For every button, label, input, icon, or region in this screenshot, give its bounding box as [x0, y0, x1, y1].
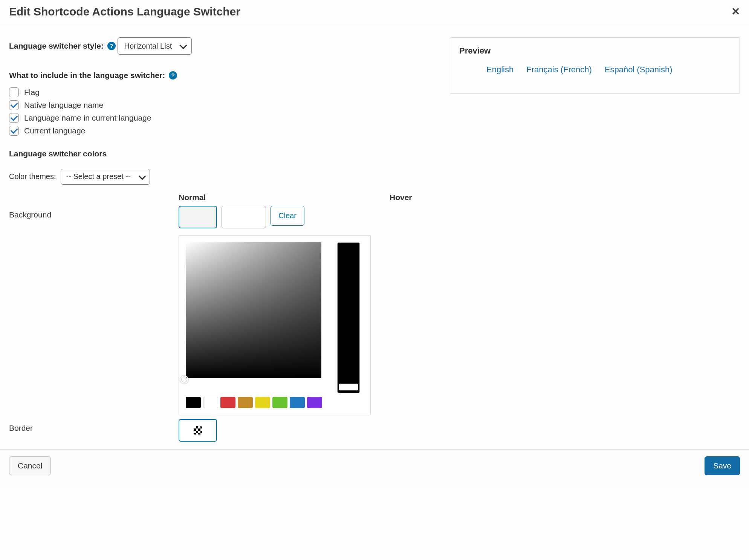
- style-label-text: Language switcher style:: [9, 41, 104, 50]
- transparent-icon: [194, 426, 202, 435]
- color-picker: [179, 235, 371, 415]
- checkbox-label: Flag: [24, 88, 40, 97]
- preview-title: Preview: [459, 46, 731, 56]
- preset-swatch[interactable]: [255, 397, 270, 408]
- clear-button[interactable]: Clear: [271, 206, 304, 226]
- include-label-text: What to include in the language switcher…: [9, 71, 165, 80]
- cancel-button[interactable]: Cancel: [9, 456, 51, 475]
- checkbox-icon: [9, 126, 19, 136]
- border-row: Border: [9, 419, 442, 442]
- include-label: What to include in the language switcher…: [9, 71, 177, 80]
- preview-language-link[interactable]: Français (French): [526, 65, 592, 75]
- color-theme-label: Color themes:: [9, 172, 56, 181]
- preview-column: Preview English Français (French) Españo…: [450, 37, 740, 445]
- border-label: Border: [9, 419, 179, 433]
- preview-language-list: English Français (French) Español (Spani…: [459, 65, 731, 75]
- dialog-body: Language switcher style: ? Horizontal Li…: [0, 25, 749, 449]
- col-normal: Normal: [179, 193, 390, 202]
- preset-swatch[interactable]: [186, 397, 201, 408]
- preview-language-link[interactable]: English: [486, 65, 514, 75]
- colors-title: Language switcher colors: [9, 149, 442, 158]
- saturation-value-panel[interactable]: [186, 242, 321, 378]
- border-normal-cell: [179, 419, 390, 442]
- preset-swatch[interactable]: [220, 397, 235, 408]
- color-columns-header: Normal Hover: [9, 193, 442, 202]
- dialog-title: Edit Shortcode Actions Language Switcher: [9, 5, 240, 18]
- style-select[interactable]: Horizontal List: [118, 37, 192, 55]
- sv-cursor-icon: [180, 375, 188, 384]
- help-icon[interactable]: ?: [107, 42, 116, 50]
- preset-row: [186, 397, 364, 408]
- preset-swatch[interactable]: [290, 397, 305, 408]
- style-label: Language switcher style: ?: [9, 41, 116, 50]
- checkbox-icon: [9, 100, 19, 110]
- hue-cursor-icon: [339, 384, 358, 390]
- dialog-footer: Cancel Save: [0, 449, 749, 486]
- hue-slider[interactable]: [337, 242, 360, 393]
- dialog-header: Edit Shortcode Actions Language Switcher…: [0, 0, 749, 25]
- checkbox-icon: [9, 113, 19, 123]
- preset-swatch[interactable]: [307, 397, 322, 408]
- preset-swatch[interactable]: [272, 397, 287, 408]
- dialog: Edit Shortcode Actions Language Switcher…: [0, 0, 749, 486]
- preview-box: Preview English Français (French) Españo…: [450, 37, 740, 94]
- preset-swatch[interactable]: [238, 397, 253, 408]
- color-theme-row: Color themes: -- Select a preset --: [9, 169, 442, 185]
- style-select-value: Horizontal List: [124, 42, 172, 50]
- checkbox-current-lang[interactable]: Current language: [9, 126, 442, 136]
- checkbox-native[interactable]: Native language name: [9, 100, 442, 110]
- checkbox-label: Native language name: [24, 101, 103, 110]
- background-normal-cell: Clear: [179, 206, 390, 415]
- preset-swatch[interactable]: [203, 397, 218, 408]
- color-theme-select[interactable]: -- Select a preset --: [61, 169, 150, 185]
- checkbox-label: Language name in current language: [24, 113, 151, 122]
- background-normal-swatch[interactable]: [179, 206, 217, 228]
- save-button[interactable]: Save: [705, 456, 740, 475]
- chevron-down-icon: [138, 172, 146, 180]
- background-normal-swatch-alt[interactable]: [222, 206, 266, 228]
- color-theme-value: -- Select a preset --: [66, 172, 131, 181]
- checkbox-flag[interactable]: Flag: [9, 87, 442, 97]
- checkbox-label: Current language: [24, 126, 85, 135]
- help-icon[interactable]: ?: [169, 71, 177, 80]
- background-label: Background: [9, 206, 179, 219]
- border-normal-swatch[interactable]: [179, 419, 217, 442]
- preview-language-link[interactable]: Español (Spanish): [605, 65, 673, 75]
- col-hover: Hover: [390, 193, 442, 202]
- checkbox-icon: [9, 87, 19, 97]
- chevron-down-icon: [180, 42, 187, 49]
- checkbox-current-name[interactable]: Language name in current language: [9, 113, 442, 123]
- settings-column: Language switcher style: ? Horizontal Li…: [9, 37, 442, 445]
- background-row: Background Clear: [9, 206, 442, 415]
- close-icon[interactable]: ✕: [731, 6, 740, 17]
